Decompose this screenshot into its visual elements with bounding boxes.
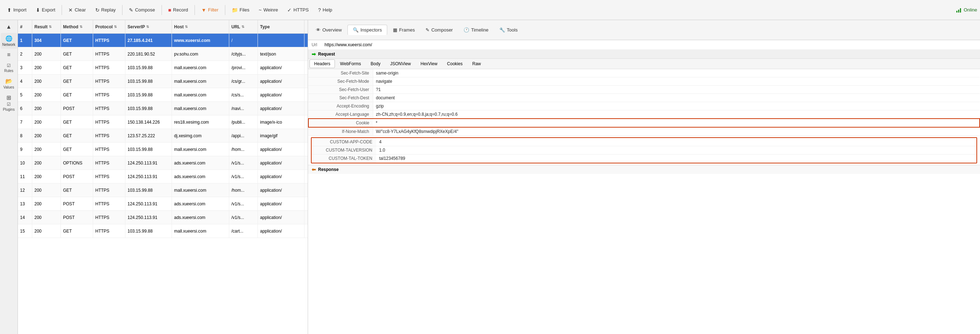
weinre-button[interactable]: ~ Weinre xyxy=(254,6,282,14)
tab-tools[interactable]: 🔧 Tools xyxy=(494,25,523,35)
table-cell: 103.15.99.88 xyxy=(126,61,172,74)
request-label: Request xyxy=(318,52,335,57)
inspectors-icon: 🔍 xyxy=(353,27,358,33)
table-row[interactable]: 3200GETHTTPS103.15.99.88mall.xueersi.com… xyxy=(18,61,308,75)
online-chart-icon xyxy=(956,7,962,13)
inspector-content: Url https://www.xueersi.com/ ➡ Request H… xyxy=(308,40,980,334)
custom-header-name: CUSTOM-APP-CODE xyxy=(312,138,376,146)
table-cell: 103.15.99.88 xyxy=(126,88,172,101)
table-cell: HTTPS xyxy=(93,129,126,142)
subtab-hexview[interactable]: HexView xyxy=(416,59,442,68)
table-row[interactable]: 10200OPTIONSHTTPS124.250.113.91ads.xueer… xyxy=(18,156,308,170)
table-cell: mall.xueersi.com xyxy=(172,75,229,88)
table-row[interactable]: 4200GETHTTPS103.15.99.88mall.xueersi.com… xyxy=(18,75,308,88)
help-icon: ? xyxy=(318,7,321,13)
subtab-raw[interactable]: Raw xyxy=(468,59,485,68)
network-table-area: # Result ⇅ Method ⇅ Protocol ⇅ ServerIP … xyxy=(18,20,308,334)
th-num: # xyxy=(18,20,32,34)
table-cell: GET xyxy=(61,115,93,129)
th-result[interactable]: Result ⇅ xyxy=(32,20,61,34)
table-cell: POST xyxy=(61,211,93,224)
table-row[interactable]: 12200GETHTTPS103.15.99.88mall.xueersi.co… xyxy=(18,184,308,197)
table-row[interactable]: 9200GETHTTPS103.15.99.88mall.xueersi.com… xyxy=(18,143,308,156)
table-cell: ads.xueersi.com xyxy=(172,156,229,169)
sidebar-values-label: Values xyxy=(3,85,14,89)
subtab-body[interactable]: Body xyxy=(366,59,385,68)
sidebar-plugins-label: Plugins xyxy=(3,107,15,112)
tab-timeline[interactable]: 🕐 Timeline xyxy=(458,25,493,35)
table-row[interactable]: 6200POSTHTTPS103.15.99.88mall.xueersi.co… xyxy=(18,102,308,115)
table-cell: 103.15.99.88 xyxy=(126,184,172,197)
th-host[interactable]: Host ⇅ xyxy=(172,20,229,34)
header-row: Cookie* xyxy=(309,118,980,127)
table-cell: www.xueersi.com xyxy=(172,34,229,47)
table-cell: /appi... xyxy=(229,129,258,142)
record-button[interactable]: ■ Record xyxy=(164,6,192,14)
sidebar-item-up[interactable]: ▲ xyxy=(1,21,17,32)
table-cell: 200 xyxy=(32,143,61,156)
table-row[interactable]: 5200GETHTTPS103.15.99.88mall.xueersi.com… xyxy=(18,88,308,102)
tab-composer[interactable]: ✎ Composer xyxy=(420,25,458,35)
replay-button[interactable]: ↻ Replay xyxy=(91,6,120,14)
files-button[interactable]: 📁 Files xyxy=(228,6,254,14)
table-row[interactable]: 8200GETHTTPS123.57.25.222dj.xesimg.com/a… xyxy=(18,129,308,143)
subtab-webforms[interactable]: WebForms xyxy=(335,59,365,68)
tab-frames[interactable]: ▦ Frames xyxy=(388,25,420,35)
subtab-cookies[interactable]: Cookies xyxy=(442,59,467,68)
table-cell: 27.185.4.241 xyxy=(126,34,172,47)
table-cell: 124.250.113.91 xyxy=(126,170,172,183)
record-icon: ■ xyxy=(169,7,171,13)
weinre-icon: ~ xyxy=(259,7,261,13)
subtab-headers[interactable]: Headers xyxy=(309,59,335,68)
custom-headers-table: CUSTOM-APP-CODE4CUSTOM-TALVERSION1.0CUST… xyxy=(312,138,977,163)
table-cell xyxy=(258,34,304,47)
table-row[interactable]: 1304GETHTTPS27.185.4.241www.xueersi.com/ xyxy=(18,34,308,47)
online-status: Online xyxy=(956,7,977,13)
table-row[interactable]: 14200POSTHTTPS124.250.113.91ads.xueersi.… xyxy=(18,211,308,224)
filter-button[interactable]: ▼ Filter xyxy=(197,6,223,14)
table-cell: 200 xyxy=(32,88,61,101)
help-button[interactable]: ? Help xyxy=(314,6,337,14)
subtab-jsonview[interactable]: JSONView xyxy=(385,59,415,68)
compose-button[interactable]: ✎ Compose xyxy=(125,6,159,14)
table-row[interactable]: 13200POSTHTTPS124.250.113.91ads.xueersi.… xyxy=(18,197,308,211)
header-value: W/"cc8-Y7LxAG4yKfQ8smwdipjRXeXpE/4" xyxy=(373,127,980,136)
import-icon: ⬆ xyxy=(7,7,11,13)
table-cell: 6 xyxy=(18,102,32,115)
header-name: Sec-Fetch-User xyxy=(309,86,373,94)
table-row[interactable]: 15200GETHTTPS103.15.99.88mall.xueersi.co… xyxy=(18,224,308,238)
sidebar-item-list[interactable]: ≡ xyxy=(1,50,17,60)
clear-button[interactable]: ✕ Clear xyxy=(64,6,90,14)
request-sub-tabs: Headers WebForms Body JSONView HexView C… xyxy=(308,59,980,69)
table-cell: 11 xyxy=(18,170,32,183)
table-row[interactable]: 2200GETHTTPS220.181.90.52pv.sohu.com/cit… xyxy=(18,47,308,61)
import-button[interactable]: ⬆ Import xyxy=(3,6,31,14)
table-cell: 103.15.99.88 xyxy=(126,224,172,238)
inspector-panel: 👁 Overview 🔍 Inspectors ▦ Frames ✎ Compo… xyxy=(308,20,980,334)
sidebar-item-network[interactable]: 🌐 Network xyxy=(1,33,17,49)
th-url[interactable]: URL ⇅ xyxy=(229,20,258,34)
table-cell: 4 xyxy=(18,75,32,88)
custom-header-row: CUSTOM-APP-CODE4 xyxy=(312,138,977,146)
th-method[interactable]: Method ⇅ xyxy=(61,20,93,34)
sidebar-item-plugins[interactable]: ⊞ ☑ Plugins xyxy=(1,92,17,113)
tab-overview[interactable]: 👁 Overview xyxy=(311,25,347,35)
table-row[interactable]: 11200POSTHTTPS124.250.113.91ads.xueersi.… xyxy=(18,170,308,184)
sidebar-item-values-folder[interactable]: 📂 Values xyxy=(1,76,17,91)
tab-inspectors[interactable]: 🔍 Inspectors xyxy=(347,25,387,35)
table-cell: HTTPS xyxy=(93,115,126,129)
table-cell: HTTPS xyxy=(93,75,126,88)
table-cell: application/ xyxy=(258,170,304,183)
sidebar-item-rules[interactable]: ☑ Rules xyxy=(1,61,17,75)
network-globe-icon: 🌐 xyxy=(5,35,13,42)
table-cell: GET xyxy=(61,61,93,74)
https-button[interactable]: ✓ HTTPS xyxy=(283,6,313,14)
export-button[interactable]: ⬇ Export xyxy=(32,6,60,14)
table-cell: 200 xyxy=(32,211,61,224)
table-cell: /v1/s... xyxy=(229,156,258,169)
separator xyxy=(122,5,123,15)
table-row[interactable]: 7200GETHTTPS150.138.144.226res18.xesimg.… xyxy=(18,115,308,129)
url-label: Url xyxy=(312,42,322,47)
th-serverip[interactable]: ServerIP ⇅ xyxy=(126,20,172,34)
th-protocol[interactable]: Protocol ⇅ xyxy=(93,20,126,34)
